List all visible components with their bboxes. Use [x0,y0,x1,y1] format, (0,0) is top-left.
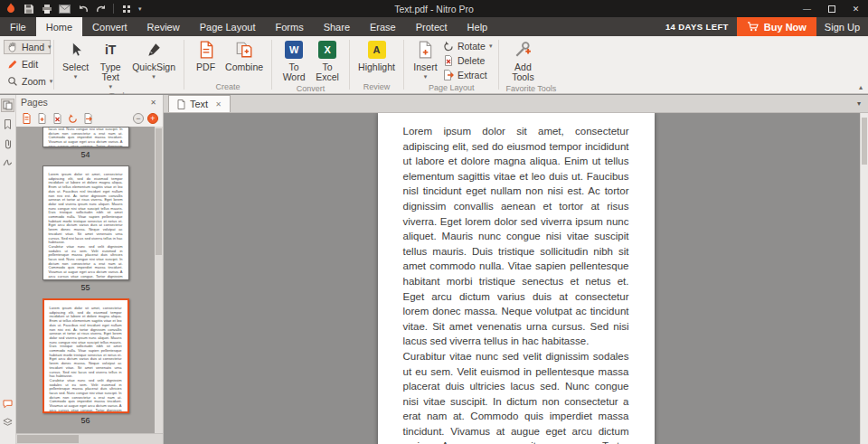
page-number-label: 55 [80,283,90,292]
add-tools-label: Add Tools [507,62,538,82]
group-label-create: Create [191,80,265,93]
zoom-tool-button[interactable]: Zoom ▾ [4,74,51,89]
tab-home[interactable]: Home [36,17,82,36]
redo-icon[interactable] [95,3,107,14]
thumb-paragraph: Lorem ipsum dolor sit amet, consectetur … [50,307,122,379]
scrollbar-thumb[interactable] [17,435,79,443]
comments-panel-icon[interactable] [1,397,14,411]
insert-label: Insert [413,62,437,72]
hand-caret-icon: ▾ [48,43,52,51]
tab-share[interactable]: Share [314,17,360,36]
save-icon[interactable] [23,3,34,14]
page-options-icon[interactable] [21,112,33,124]
tab-page-layout[interactable]: Page Layout [190,17,266,36]
rotate-page-icon[interactable] [67,112,79,124]
pages-panel-close-icon[interactable]: ✕ [148,99,158,107]
toolbar-separator [113,4,114,14]
tab-file[interactable]: File [0,17,36,36]
scrollbar-thumb[interactable] [156,128,162,255]
page-number-label: 54 [80,150,90,159]
scrollbar-thumb[interactable] [862,118,867,165]
bookmarks-panel-icon[interactable] [1,118,14,131]
hand-tool-button[interactable]: Hand ▾ [4,40,51,54]
pdf-page[interactable]: Lorem ipsum dolor sit amet, consectetur … [378,113,655,444]
create-pdf-button[interactable]: PDF [191,37,221,72]
to-word-button[interactable]: W To Word [278,37,309,82]
ribbon-group-convert: W To Word X To Excel Convert [272,36,349,93]
insert-page-icon[interactable] [36,112,48,124]
tab-close-icon[interactable]: ✕ [215,100,222,109]
buy-now-button[interactable]: Buy Now [737,17,816,36]
group-label-convert: Convert [278,82,343,95]
page-thumbnail-55[interactable]: Lorem ipsum dolor sit amet, consectetur … [42,165,129,280]
minimize-button[interactable]: — [795,0,819,17]
thumbnails-vertical-scrollbar[interactable] [155,127,163,433]
select-button[interactable]: Select ▾ [61,37,90,80]
customize-toolbar-caret-icon[interactable]: ▾ [138,5,142,13]
extract-button[interactable]: Extract [443,69,492,81]
excel-letter: X [318,41,336,59]
close-button[interactable]: ✕ [844,0,868,17]
add-tools-button[interactable]: Add Tools [505,37,540,82]
delete-button[interactable]: Delete [443,54,492,67]
nitro-logo-icon[interactable] [5,3,16,14]
edit-tool-button[interactable]: Edit [4,57,51,71]
pages-panel-toolbar: − + [16,109,163,127]
tab-list-caret-icon[interactable]: ▾ [857,99,861,108]
type-text-label: Type Text [95,62,126,82]
customize-toolbar-icon[interactable] [120,3,132,14]
type-text-icon: iT [100,40,120,60]
highlight-button[interactable]: A Highlight [356,37,397,72]
combine-button[interactable]: Combine [223,37,265,72]
document-canvas[interactable]: Lorem ipsum dolor sit amet, consectetur … [164,113,868,444]
thumbnail-zoom-in-button[interactable]: + [147,113,158,124]
type-text-letters: iT [105,45,116,55]
delete-label: Delete [458,55,485,66]
signatures-panel-icon[interactable] [1,156,14,169]
print-icon[interactable] [41,3,52,14]
content-area: Pages ✕ − [0,95,868,444]
buy-now-label: Buy Now [764,22,807,33]
email-icon[interactable] [59,3,71,14]
extract-page-icon[interactable] [82,112,94,124]
cart-icon [747,22,759,32]
tab-protect[interactable]: Protect [406,17,458,36]
page-number-label: 56 [80,416,90,425]
rotate-button[interactable]: Rotate ▾ [443,40,492,52]
select-caret-icon: ▾ [74,73,78,80]
layers-panel-icon[interactable] [1,416,14,430]
thumbnail-page-content: Lorem ipsum dolor sit amet, consectetur … [43,166,128,280]
page-thumbnail-56-selected[interactable]: Lorem ipsum dolor sit amet, consectetur … [42,298,129,413]
delete-page-icon[interactable] [52,112,63,124]
pages-panel-title: Pages [21,97,148,108]
pdf-file-icon [196,40,216,60]
thumbnails-horizontal-scrollbar[interactable] [16,433,163,444]
ribbon-group-page-layout: Insert ▾ Rotate ▾ Del [404,36,498,93]
pages-panel-toggle-icon[interactable] [1,99,14,112]
window-controls: — ✕ [795,0,868,17]
tab-erase[interactable]: Erase [360,17,406,36]
document-icon [177,99,185,109]
tab-review[interactable]: Review [137,17,190,36]
rotate-label: Rotate [458,41,486,52]
page-thumbnail-54[interactable]: Lorem ipsum dolor sit amet, consectetur … [42,127,129,147]
insert-button[interactable]: Insert ▾ [410,37,440,80]
ribbon-collapse-button[interactable]: ▴ [859,83,863,91]
undo-icon[interactable] [77,3,89,14]
tab-forms[interactable]: Forms [265,17,313,36]
sign-up-link[interactable]: Sign Up [825,22,860,33]
to-excel-button[interactable]: X To Excel [312,37,343,82]
to-excel-label: To Excel [314,62,341,82]
quicksign-label: QuickSign [132,62,175,72]
select-cursor-icon [66,40,86,60]
highlight-icon: A [367,40,387,60]
type-text-button[interactable]: iT Type Text ▾ [93,37,127,90]
attachments-panel-icon[interactable] [1,137,14,150]
thumbnail-zoom-out-button[interactable]: − [133,113,144,124]
quicksign-button[interactable]: QuickSign ▾ [130,37,177,80]
tab-help[interactable]: Help [458,17,498,36]
tab-convert[interactable]: Convert [82,17,137,36]
document-tab-text[interactable]: Text ✕ [168,95,231,112]
document-vertical-scrollbar[interactable] [860,113,868,444]
maximize-button[interactable] [819,0,844,17]
